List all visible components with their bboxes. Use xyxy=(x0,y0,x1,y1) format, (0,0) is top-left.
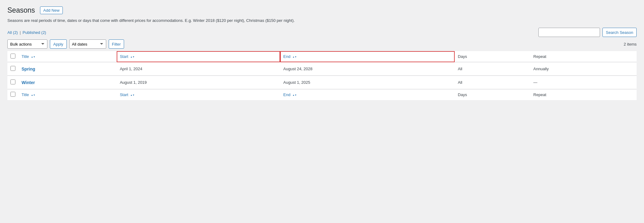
row-start-cell: April 1, 2024 xyxy=(117,62,280,76)
footer-title-label: Title xyxy=(22,92,29,97)
row-start-value: August 1, 2019 xyxy=(120,80,147,85)
search-season-button[interactable]: Search Season xyxy=(602,28,637,37)
row-title-link[interactable]: Spring xyxy=(22,67,35,71)
select-all-checkbox[interactable] xyxy=(10,54,15,59)
footer-days-label: Days xyxy=(458,92,467,97)
row-repeat-cell: — xyxy=(530,76,637,89)
table-body: Spring April 1, 2024 August 24, 2028 All… xyxy=(7,62,637,89)
footer-title-sort-arrows[interactable]: ▲▼ xyxy=(31,94,35,96)
table-row: Winter August 1, 2019 August 1, 2025 All… xyxy=(7,76,637,89)
row-title-link[interactable]: Winter xyxy=(22,80,35,85)
apply-button[interactable]: Apply xyxy=(50,39,67,49)
row-title-cell: Spring xyxy=(18,62,117,76)
header-days-label: Days xyxy=(458,54,467,59)
page-header: Seasons Add New xyxy=(7,6,637,14)
row-checkbox[interactable] xyxy=(10,66,15,71)
row-start-value: April 1, 2024 xyxy=(120,67,142,71)
header-end: End ▲▼ xyxy=(280,51,455,62)
separator: | xyxy=(20,30,21,35)
table-header-row: Title ▲▼ Start ▲▼ End ▲▼ Days Repeat xyxy=(7,51,637,62)
header-repeat: Repeat xyxy=(530,51,637,62)
row-start-cell: August 1, 2019 xyxy=(117,76,280,89)
row-days-cell: All xyxy=(455,76,530,89)
header-title: Title ▲▼ xyxy=(18,51,117,62)
header-days: Days xyxy=(455,51,530,62)
footer-start-label: Start xyxy=(120,92,128,97)
footer-end-sort-arrows[interactable]: ▲▼ xyxy=(292,94,297,96)
footer-title: Title ▲▼ xyxy=(18,89,117,100)
view-links: All (2) | Published (2) xyxy=(7,30,46,35)
row-checkbox-cell xyxy=(7,62,18,76)
row-days-cell: All xyxy=(455,62,530,76)
page-title: Seasons xyxy=(7,6,35,14)
footer-end-label: End xyxy=(283,92,290,97)
footer-repeat: Repeat xyxy=(530,89,637,100)
row-days-value: All xyxy=(458,80,462,85)
search-input[interactable] xyxy=(538,28,600,37)
header-start-label: Start xyxy=(120,54,128,59)
header-repeat-label: Repeat xyxy=(533,54,546,59)
footer-start: Start ▲▼ xyxy=(117,89,280,100)
end-sort-arrows[interactable]: ▲▼ xyxy=(292,56,297,58)
page-description: Seasons are real periods of time, dates … xyxy=(7,18,637,23)
action-left: Bulk actions Apply All dates Filter xyxy=(7,39,124,49)
row-title-cell: Winter xyxy=(18,76,117,89)
row-end-cell: August 24, 2028 xyxy=(280,62,455,76)
all-dates-select[interactable]: All dates xyxy=(69,39,106,49)
header-checkbox-cell xyxy=(7,51,18,62)
row-checkbox-cell xyxy=(7,76,18,89)
search-box-area: Search Season xyxy=(538,28,637,37)
action-bar: Bulk actions Apply All dates Filter 2 it… xyxy=(7,39,637,49)
footer-checkbox-cell xyxy=(7,89,18,100)
row-end-value: August 24, 2028 xyxy=(283,67,312,71)
header-start: Start ▲▼ xyxy=(117,51,280,62)
footer-select-all-checkbox[interactable] xyxy=(10,92,15,97)
title-sort-arrows[interactable]: ▲▼ xyxy=(31,56,35,58)
row-checkbox[interactable] xyxy=(10,79,15,84)
table-footer-row: Title ▲▼ Start ▲▼ End ▲▼ Days Repeat xyxy=(7,89,637,100)
row-end-cell: August 1, 2025 xyxy=(280,76,455,89)
items-count: 2 items xyxy=(624,42,637,47)
filter-button[interactable]: Filter xyxy=(109,39,124,49)
table-head: Title ▲▼ Start ▲▼ End ▲▼ Days Repeat xyxy=(7,51,637,62)
footer-days: Days xyxy=(455,89,530,100)
bulk-actions-select[interactable]: Bulk actions xyxy=(7,39,47,49)
header-title-label: Title xyxy=(22,54,29,59)
seasons-table: Title ▲▼ Start ▲▼ End ▲▼ Days Repeat xyxy=(7,51,637,100)
row-repeat-cell: Annually xyxy=(530,62,637,76)
start-sort-arrows[interactable]: ▲▼ xyxy=(130,56,135,58)
header-end-label: End xyxy=(283,54,290,59)
footer-repeat-label: Repeat xyxy=(533,92,546,97)
add-new-button[interactable]: Add New xyxy=(40,6,63,14)
row-repeat-value: Annually xyxy=(533,67,549,71)
row-repeat-value: — xyxy=(533,80,537,85)
table-row: Spring April 1, 2024 August 24, 2028 All… xyxy=(7,62,637,76)
table-foot: Title ▲▼ Start ▲▼ End ▲▼ Days Repeat xyxy=(7,89,637,100)
footer-end: End ▲▼ xyxy=(280,89,455,100)
row-end-value: August 1, 2025 xyxy=(283,80,310,85)
filter-bar-top: All (2) | Published (2) Search Season xyxy=(7,28,637,37)
footer-start-sort-arrows[interactable]: ▲▼ xyxy=(130,94,135,96)
view-published-link[interactable]: Published (2) xyxy=(22,30,46,35)
row-days-value: All xyxy=(458,67,462,71)
view-all-link[interactable]: All (2) xyxy=(7,30,18,35)
